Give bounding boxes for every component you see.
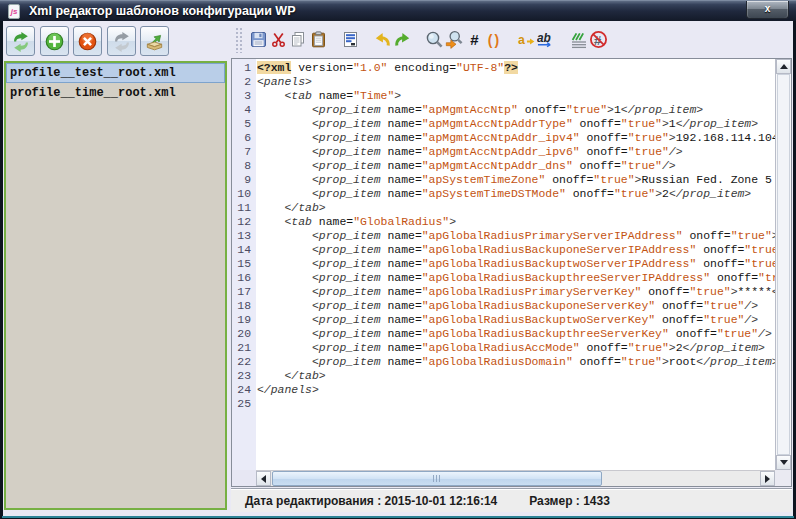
replace-icon[interactable]: a bbox=[517, 30, 536, 50]
toolbar-group bbox=[373, 30, 413, 50]
app-icon: js bbox=[8, 4, 20, 19]
toolbar-group: aab bbox=[517, 30, 557, 50]
toolbar-group bbox=[249, 30, 329, 50]
delete-button[interactable] bbox=[73, 26, 102, 56]
app-window: js Xml редактор шаблонов конфигурации WP… bbox=[0, 0, 796, 519]
scroll-corner-left bbox=[232, 470, 256, 486]
svg-text:ab: ab bbox=[537, 31, 551, 45]
save-icon[interactable] bbox=[249, 30, 268, 50]
down-arrow-icon bbox=[780, 460, 788, 465]
copy-icon[interactable] bbox=[289, 30, 308, 50]
up-arrow-icon bbox=[780, 64, 788, 69]
line-number-gutter: 1 2 3 4 5 6 7 8 9 10 11 12 13 14 15 16 1… bbox=[232, 59, 256, 470]
file-list: profile__test__root.xmlprofile__time__ro… bbox=[4, 61, 227, 510]
window-title: Xml редактор шаблонов конфигурации WP bbox=[29, 1, 296, 22]
size-label: Размер : 1433 bbox=[529, 494, 610, 508]
right-arrow-icon bbox=[765, 475, 770, 483]
paste-icon[interactable] bbox=[309, 30, 328, 50]
scroll-corner-right bbox=[775, 470, 791, 486]
edit-date-label: Дата редактирования : 2015-10-01 12:16:1… bbox=[245, 494, 497, 508]
line-numbers-off-icon[interactable]: # bbox=[589, 30, 608, 50]
select-all-icon[interactable] bbox=[341, 30, 360, 50]
close-button[interactable]: x bbox=[746, 1, 789, 19]
redo-icon[interactable] bbox=[393, 30, 412, 50]
file-list-item[interactable]: profile__test__root.xml bbox=[6, 63, 225, 83]
editor-toolbar: #()aab# bbox=[231, 21, 793, 58]
toolbar-group: # bbox=[569, 30, 609, 50]
replace-all-icon[interactable]: ab bbox=[537, 30, 556, 50]
file-toolbar bbox=[3, 21, 229, 60]
add-button[interactable] bbox=[40, 26, 69, 56]
toolbar-group: #() bbox=[425, 30, 505, 50]
export-button[interactable] bbox=[140, 26, 169, 56]
search-icon[interactable] bbox=[425, 30, 444, 50]
cut-icon[interactable] bbox=[269, 30, 288, 50]
sync-button[interactable] bbox=[107, 26, 136, 56]
vertical-scroll-thumb[interactable] bbox=[777, 74, 790, 455]
file-list-item[interactable]: profile__time__root.xml bbox=[6, 83, 225, 103]
window-content: profile__test__root.xmlprofile__time__ro… bbox=[3, 21, 793, 516]
left-arrow-icon bbox=[261, 475, 266, 483]
refresh-button[interactable] bbox=[6, 26, 35, 56]
vertical-scrollbar[interactable] bbox=[775, 59, 791, 470]
undo-icon[interactable] bbox=[373, 30, 392, 50]
horizontal-scrollbar[interactable] bbox=[256, 470, 775, 486]
highlight-lines-icon[interactable] bbox=[569, 30, 588, 50]
scroll-down-button[interactable] bbox=[776, 455, 791, 470]
scroll-up-button[interactable] bbox=[776, 59, 791, 74]
horizontal-scroll-thumb[interactable] bbox=[272, 471, 602, 486]
xml-editor[interactable]: 1 2 3 4 5 6 7 8 9 10 11 12 13 14 15 16 1… bbox=[231, 58, 792, 487]
search-next-icon[interactable] bbox=[445, 30, 464, 50]
parentheses-icon[interactable]: () bbox=[485, 30, 504, 50]
title-bar: js Xml редактор шаблонов конфигурации WP… bbox=[0, 0, 796, 21]
status-bar: Дата редактирования : 2015-10-01 12:16:1… bbox=[231, 488, 792, 512]
goto-line-icon[interactable]: # bbox=[465, 30, 484, 50]
scroll-left-button[interactable] bbox=[256, 471, 271, 486]
scroll-right-button[interactable] bbox=[760, 471, 775, 486]
code-area[interactable]: <?xml version="1.0" encoding="UTF-8"?> <… bbox=[256, 59, 775, 470]
toolbar-grip[interactable] bbox=[235, 27, 243, 53]
editor-pane: #()aab# 1 2 3 4 5 6 7 8 9 10 11 12 13 14… bbox=[231, 21, 793, 516]
toolbar-group bbox=[341, 30, 361, 50]
svg-text:a: a bbox=[518, 33, 525, 47]
